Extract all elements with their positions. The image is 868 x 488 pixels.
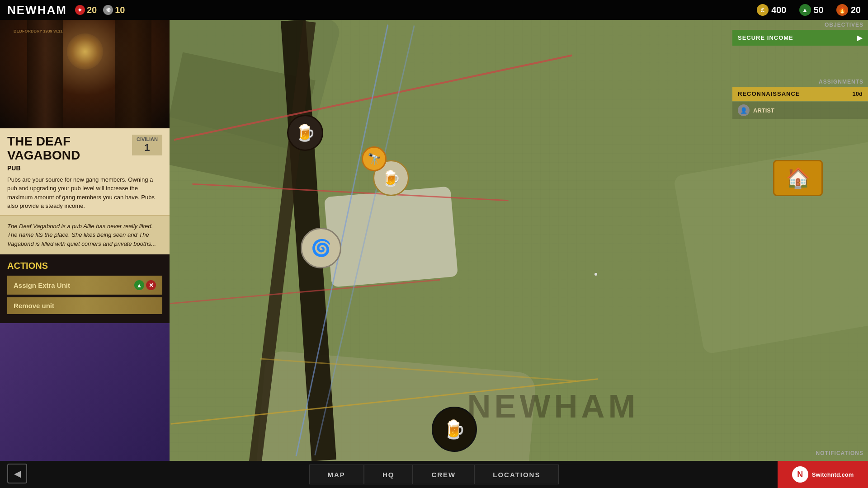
location-description: Pubs are your source for new gang member…: [7, 175, 162, 211]
recon-marker: 🔭: [362, 146, 387, 171]
crew-icon: ❊: [103, 5, 113, 15]
crew-nav-button[interactable]: CREW: [413, 465, 474, 484]
money-icon: £: [757, 4, 769, 16]
binoculars-icon: 🔭: [368, 153, 381, 165]
city-name: NEWHAM: [7, 3, 67, 17]
remove-unit-button[interactable]: Remove unit: [7, 297, 162, 314]
topbar: NEWHAM ✦ 20 ❊ 10 £ 400 ▲ 50 🔥 20: [0, 0, 868, 20]
assignment-person: 👤 ARTIST: [732, 102, 868, 119]
money-currency: £ 400: [757, 4, 786, 16]
civilian-badge: CIVILIAN 1: [132, 135, 162, 155]
crew-stat: ❊ 10: [103, 5, 125, 15]
objectives-panel: OBJECTIVES SECURE INCOME ▶: [732, 20, 868, 47]
crew-value: 10: [115, 5, 125, 15]
influence-value: 50: [814, 5, 824, 15]
currencies: £ 400 ▲ 50 🔥 20: [757, 4, 861, 16]
heat-stat: ✦ 20: [75, 5, 97, 15]
location-type: PUB: [7, 164, 162, 172]
terrain-white: [324, 186, 458, 287]
money-value: 400: [771, 5, 786, 15]
laundry-icon: 🌀: [311, 239, 331, 258]
house-icon: 🏠: [786, 166, 811, 190]
beer-icon-2: 🍺: [382, 169, 401, 187]
heat-value: 20: [87, 5, 97, 15]
assignment-name: RECONNAISSANCE: [738, 90, 800, 97]
assignment-time: 10d: [853, 90, 863, 97]
hq-nav-button[interactable]: HQ: [364, 465, 413, 484]
objectives-label: OBJECTIVES: [732, 20, 868, 30]
laundry-marker[interactable]: 🌀: [301, 228, 341, 268]
flavor-text: The Deaf Vagabond is a pub Allie has nev…: [7, 222, 162, 249]
heat-icon: ✦: [75, 5, 85, 15]
left-panel: BEDFORDBRY 1939 W.11 THE DEAFVAGABOND CI…: [0, 20, 170, 488]
nintendo-badge: N Switchntd.com: [778, 461, 868, 488]
person-name: ARTIST: [753, 107, 774, 114]
heat-currency: 🔥 20: [836, 4, 861, 16]
heat-currency-value: 20: [851, 5, 861, 15]
location-title-row: THE DEAFVAGABOND CIVILIAN 1: [7, 135, 162, 163]
assignment-item[interactable]: RECONNAISSANCE 10d: [732, 87, 868, 101]
assignments-panel: ASSIGNMENTS RECONNAISSANCE 10d 👤 ARTIST: [732, 77, 868, 119]
info-box: THE DEAFVAGABOND CIVILIAN 1 PUB Pubs are…: [0, 128, 170, 215]
person-avatar: 👤: [738, 104, 750, 116]
remove-icon: ✕: [146, 280, 156, 290]
influence-currency: ▲ 50: [799, 4, 824, 16]
location-image: BEDFORDBRY 1939 W.11: [0, 20, 170, 128]
beer-icon-1: 🍺: [295, 123, 316, 142]
bottom-pub-icon: 🍺: [443, 419, 466, 440]
location-title: THE DEAFVAGABOND: [7, 135, 80, 163]
flavor-box: The Deaf Vagabond is a pub Allie has nev…: [0, 215, 170, 255]
house-marker[interactable]: 🏠: [773, 160, 823, 196]
bottom-nav: ◀ MAP HQ CREW LOCATIONS N Switchntd.com: [0, 461, 868, 488]
location-sign: BEDFORDBRY 1939 W.11: [14, 29, 63, 33]
objective-item[interactable]: SECURE INCOME ▶: [732, 30, 868, 46]
back-button[interactable]: ◀: [7, 464, 27, 483]
map-nav-button[interactable]: MAP: [309, 465, 364, 484]
assign-icons: ▲ ✕: [134, 280, 156, 290]
locations-nav-button[interactable]: LOCATIONS: [474, 465, 559, 484]
heat-currency-icon: 🔥: [836, 4, 848, 16]
nintendo-text: Switchntd.com: [812, 471, 854, 478]
bottom-icon[interactable]: 🍺: [432, 407, 477, 452]
objective-text: SECURE INCOME: [738, 34, 793, 41]
notifications-label: NOTIFICATIONS: [816, 450, 863, 456]
remove-unit-label: Remove unit: [14, 302, 54, 310]
influence-icon: ▲: [799, 4, 811, 16]
actions-title: ACTIONS: [7, 261, 162, 271]
nintendo-logo: N: [792, 466, 808, 483]
objective-arrow: ▶: [857, 33, 863, 42]
assign-unit-label: Assign Extra Unit: [14, 282, 70, 289]
civilian-label: CIVILIAN: [137, 136, 158, 142]
pub-marker-1[interactable]: 🍺: [287, 115, 323, 151]
actions-box: ACTIONS Assign Extra Unit ▲ ✕ Remove uni…: [0, 254, 170, 323]
assignments-label: ASSIGNMENTS: [732, 77, 868, 87]
civilian-num: 1: [137, 142, 158, 154]
cursor: [594, 273, 597, 276]
assign-extra-unit-button[interactable]: Assign Extra Unit ▲ ✕: [7, 276, 162, 295]
add-icon: ▲: [134, 280, 144, 290]
